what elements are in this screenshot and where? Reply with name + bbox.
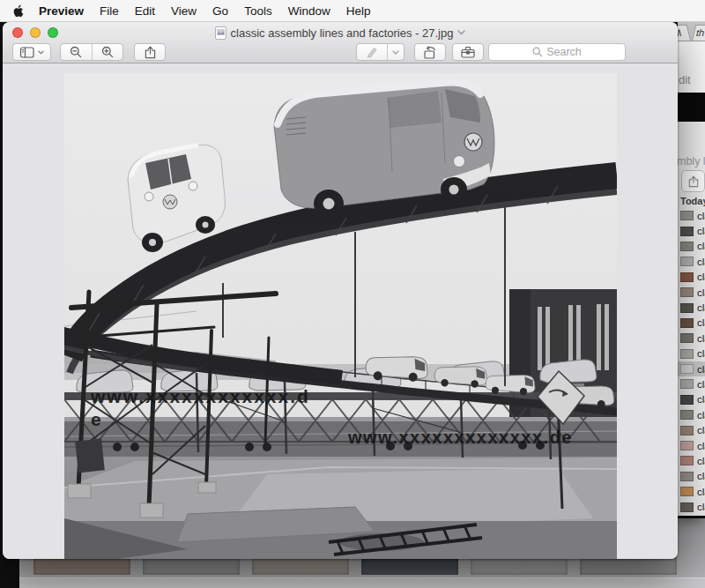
file-list-row[interactable]: cla	[678, 453, 705, 468]
file-name-truncated: cla	[697, 364, 705, 375]
menu-items: PreviewFileEditViewGoToolsWindowHelp	[31, 4, 378, 18]
share-button-background-window[interactable]	[681, 170, 705, 192]
file-list-row[interactable]: cla	[678, 270, 705, 285]
file-list-row[interactable]: cla	[678, 254, 705, 269]
markup-control-group	[356, 43, 404, 61]
strip-thumbnail[interactable]	[252, 557, 349, 575]
watermark-1-line-1: www.xxxxxxxxxxxx.d	[90, 386, 310, 406]
minimize-button[interactable]	[30, 27, 41, 38]
file-list-row[interactable]: cla	[678, 316, 705, 331]
file-thumbnail	[680, 211, 694, 220]
share-icon	[688, 175, 699, 188]
file-list-row[interactable]: cla	[678, 208, 705, 223]
file-list-row[interactable]: cla	[678, 300, 705, 315]
menu-view[interactable]: View	[163, 4, 204, 18]
document-icon	[215, 26, 226, 40]
markup-pen-button[interactable]	[357, 44, 387, 60]
menu-preview[interactable]: Preview	[31, 4, 92, 18]
section-header-today: Today	[680, 196, 705, 206]
gray-vw-van	[274, 82, 494, 218]
file-name-truncated: cla	[697, 394, 705, 405]
file-list-row[interactable]: cla	[678, 223, 705, 238]
file-name-truncated: cla	[697, 317, 705, 328]
chevron-down-icon	[392, 50, 399, 55]
menu-help[interactable]: Help	[338, 4, 379, 18]
background-file-list-panel: mbly l Today claclaclaclaclaclaclaclacla…	[678, 122, 705, 516]
file-thumbnail	[680, 426, 694, 435]
strip-thumbnail[interactable]	[143, 557, 240, 575]
file-name-truncated: cla	[697, 226, 705, 236]
file-list-row[interactable]: cla	[678, 285, 705, 300]
file-list-row[interactable]: cla	[678, 499, 705, 514]
black-banner	[678, 93, 705, 122]
strip-thumbnail[interactable]	[33, 557, 130, 575]
thumbnail-strip	[33, 557, 677, 575]
menu-bar: PreviewFileEditViewGoToolsWindowHelp	[0, 0, 705, 22]
zoom-control-group	[60, 43, 123, 61]
file-thumbnail	[680, 257, 694, 266]
file-thumbnail	[680, 287, 694, 297]
menu-file[interactable]: File	[92, 4, 127, 18]
file-name-truncated: cla	[697, 211, 705, 221]
file-list-row[interactable]: cla	[678, 361, 705, 376]
file-name-truncated: cla	[697, 241, 705, 251]
zoom-in-button[interactable]	[92, 44, 123, 60]
menu-edit[interactable]: Edit	[127, 4, 163, 18]
close-button[interactable]	[12, 27, 23, 38]
file-list-row[interactable]: cla	[678, 346, 705, 361]
preview-window: classic assembly lines and factories - 2…	[3, 22, 678, 559]
file-name-truncated: cla	[697, 502, 705, 512]
strip-thumbnail[interactable]	[580, 557, 677, 575]
search-field[interactable]: Search	[488, 43, 626, 61]
file-list-row[interactable]: cla	[678, 331, 705, 346]
file-list-row[interactable]: cla	[678, 407, 705, 422]
title-chevron-down-icon[interactable]	[457, 30, 465, 35]
apple-logo-icon	[12, 4, 24, 18]
strip-thumbnail[interactable]	[361, 557, 458, 575]
zoom-out-button[interactable]	[61, 44, 92, 60]
file-list-row[interactable]: cla	[678, 484, 705, 499]
file-thumbnail	[680, 333, 694, 343]
markup-toolbar-button[interactable]	[452, 43, 484, 61]
tab-label: M	[678, 27, 683, 38]
truncated-edit-text: dit	[679, 73, 691, 86]
file-list-row[interactable]: cla	[678, 469, 705, 484]
file-list-row[interactable]: cla	[678, 376, 705, 391]
apple-menu[interactable]	[12, 4, 24, 18]
file-list-row[interactable]: cla	[678, 438, 705, 453]
browser-tab-bar: M th	[678, 22, 705, 41]
file-thumbnail	[680, 441, 694, 450]
rotate-left-button[interactable]	[414, 43, 446, 61]
file-thumbnail	[680, 364, 694, 374]
file-thumbnail	[680, 272, 694, 282]
menu-window[interactable]: Window	[280, 4, 338, 18]
file-name-truncated: cla	[697, 487, 705, 497]
share-icon	[145, 46, 156, 59]
menu-tools[interactable]: Tools	[236, 4, 280, 18]
file-thumbnail	[680, 502, 694, 512]
file-list-row[interactable]: cla	[678, 239, 705, 254]
window-title: classic assembly lines and factories - 2…	[231, 26, 454, 40]
browser-tab-2[interactable]: th	[692, 25, 705, 41]
view-options-button[interactable]	[12, 43, 51, 61]
background-panel-lower	[19, 578, 705, 588]
menu-go[interactable]: Go	[204, 4, 236, 18]
browser-tab-1[interactable]: M	[678, 25, 691, 41]
file-thumbnail	[680, 227, 694, 236]
file-thumbnail	[680, 379, 694, 389]
truncated-title-text: mbly l	[677, 155, 705, 167]
zoom-button[interactable]	[48, 27, 58, 38]
strip-thumbnail[interactable]	[471, 557, 568, 575]
search-icon	[532, 47, 543, 57]
file-thumbnail	[680, 456, 694, 465]
file-name-truncated: cla	[697, 456, 705, 466]
markup-chevron-button[interactable]	[387, 44, 404, 60]
file-name-truncated: cla	[697, 287, 705, 298]
window-title-area: classic assembly lines and factories - 2…	[108, 26, 572, 40]
background-window-right: M th dit s w mbly l Today claclaclaclacl…	[678, 22, 705, 516]
file-list-row[interactable]: cla	[678, 422, 705, 437]
title-bar: classic assembly lines and factories - 2…	[3, 22, 678, 63]
file-list-row[interactable]: cla	[678, 392, 705, 407]
share-button[interactable]	[134, 43, 166, 61]
file-thumbnail	[680, 242, 694, 251]
